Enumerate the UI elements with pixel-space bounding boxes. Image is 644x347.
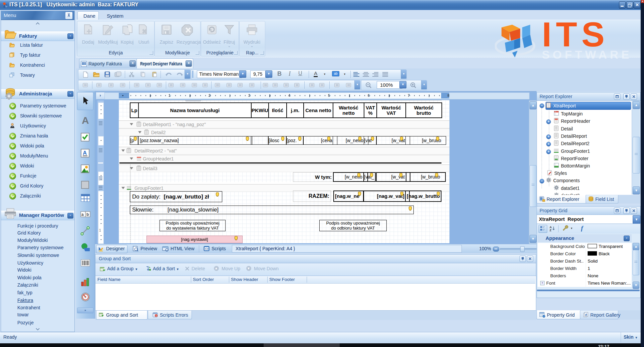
svg-text:a: a (81, 212, 84, 217)
svg-text:b: b (86, 212, 89, 217)
svg-text:<>: <> (205, 248, 209, 251)
svg-text:x: x (155, 314, 157, 317)
svg-text:A: A (82, 115, 89, 125)
svg-text:A: A (83, 150, 87, 156)
svg-text:Z: Z (550, 229, 552, 232)
